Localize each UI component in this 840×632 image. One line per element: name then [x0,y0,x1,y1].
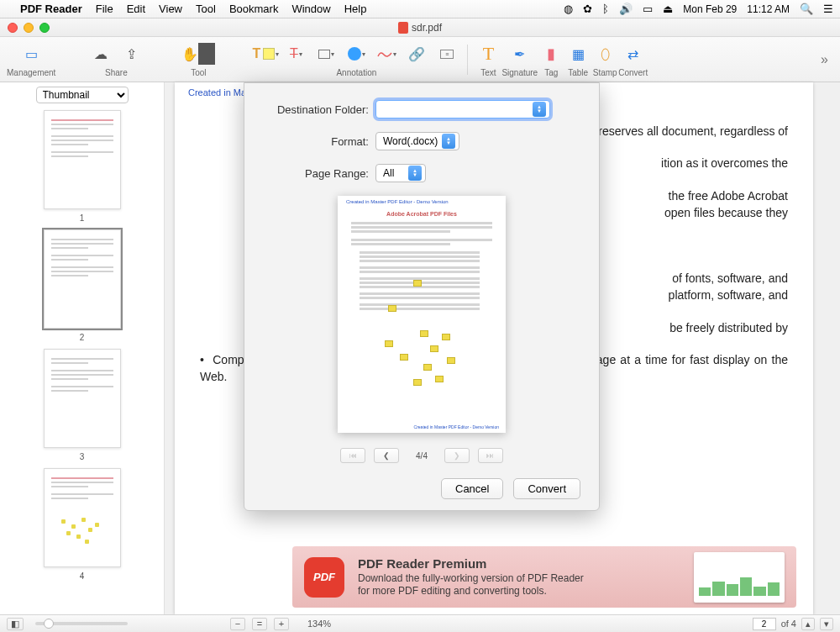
thumbnail-3[interactable] [44,349,121,448]
zoom-window-button[interactable] [39,23,50,33]
system-menubar: PDF Reader File Edit View Tool Bookmark … [0,0,840,18]
settings-icon[interactable]: ✿ [583,3,592,15]
table-button[interactable]: ▦ [564,43,591,65]
spotlight-icon[interactable]: 🔍 [800,3,813,15]
menu-file[interactable]: File [96,3,113,15]
main-toolbar: ▭ Management ☁ ⇪ Share ✋ Tool T▾ T▾ ▾ ▾ … [0,37,840,82]
page-down-button[interactable]: ▾ [820,618,833,630]
squiggle-button[interactable]: ▾ [373,43,400,65]
text-button[interactable]: T [475,43,501,65]
rect-button[interactable]: ▾ [312,43,339,65]
convert-button[interactable]: ⇄ [620,43,647,65]
text-label: Text [480,68,496,77]
form-button[interactable]: ≡ [433,43,460,65]
thumbnail-3-number: 3 [80,452,85,461]
stamp-button[interactable]: ⬯ [591,43,618,65]
format-label: Format: [263,135,369,148]
pager-next-button[interactable]: ❯ [444,448,470,463]
display-icon[interactable]: ▭ [643,3,653,15]
pen-icon: ✒ [514,46,525,62]
banner-text: Download the fully-working version of PD… [358,572,584,598]
close-window-button[interactable] [8,23,18,33]
toolbar-overflow-button[interactable]: » [821,52,833,67]
date-display[interactable]: Mon Feb 29 [683,3,737,15]
pdf-file-icon [398,22,408,34]
preview-header: Created in Master PDF Editor - Demo Vers… [346,199,449,204]
menu-bookmark[interactable]: Bookmark [229,3,279,15]
notifications-icon[interactable]: ☰ [823,3,833,15]
strikeout-icon: T [290,46,298,61]
premium-banner[interactable]: PDF PDF Reader Premium Download the full… [292,546,796,608]
cancel-button[interactable]: Cancel [441,478,503,499]
page-up-button[interactable]: ▴ [801,618,815,630]
minimize-window-button[interactable] [24,23,34,33]
highlight-button[interactable]: T▾ [252,43,279,65]
tag-button[interactable]: ▮ [538,43,564,65]
pager-position: 4/4 [416,451,428,461]
range-combo[interactable]: All ▲▼ [375,164,426,182]
circle-button[interactable]: ▾ [343,43,370,65]
pager-prev-button[interactable]: ❮ [374,448,399,463]
zoom-out-button[interactable]: − [230,618,245,630]
preview-pager: ⏮ ❮ 4/4 ❯ ⏭ [340,448,503,463]
text-icon: T [483,43,494,65]
zoom-in-button[interactable]: + [274,618,289,630]
preview-footer: Created in Master PDF Editor - Demo Vers… [414,424,499,429]
menu-window[interactable]: Window [291,3,330,15]
menu-view[interactable]: View [159,3,182,15]
thumbnail-2[interactable] [44,229,121,329]
zoom-slider[interactable] [35,622,128,625]
share-export-button[interactable]: ⇪ [118,43,144,65]
circle-icon [348,47,361,61]
menu-tool[interactable]: Tool [196,3,216,15]
page-number-input[interactable] [753,618,776,630]
convert-dialog: Destination Folder: ▲▼ Format: Word(.doc… [244,82,600,511]
strikeout-button[interactable]: T▾ [282,43,309,65]
link-button[interactable]: 🔗 [403,43,430,65]
pager-first-button[interactable]: ⏮ [340,448,365,463]
format-combo[interactable]: Word(.docx) ▲▼ [375,132,459,150]
time-display[interactable]: 11:12 AM [747,3,790,15]
sidebar-toggle-button[interactable]: ◧ [7,618,24,630]
volume-icon[interactable]: 🔊 [619,3,633,15]
convert-icon: ⇄ [627,46,638,62]
chevron-down-icon: ▾ [276,50,279,58]
bluetooth-icon[interactable]: ᛒ [602,3,609,15]
chevron-updown-icon: ▲▼ [442,134,455,149]
table-icon: ▦ [572,46,585,62]
sidebar-mode-select[interactable]: Thumbnail [36,87,129,103]
signature-label: Signature [501,68,538,77]
chevron-down-icon: ▾ [331,50,334,58]
zoom-value: 134% [307,619,331,629]
page-total: of 4 [781,619,796,629]
menu-edit[interactable]: Edit [127,3,145,15]
share-label: Share [105,68,128,77]
text-t-icon: T [252,46,260,61]
window-title: sdr.pdf [412,22,442,34]
thumbnail-sidebar: Thumbnail 1 2 3 [0,82,165,614]
highlight-color-icon [263,48,275,60]
convert-confirm-button[interactable]: Convert [513,478,580,499]
management-button[interactable]: ▭ [18,43,45,65]
signature-button[interactable]: ✒ [507,43,533,65]
thumbnail-1[interactable] [44,110,121,209]
chevron-down-icon: ▾ [362,50,365,58]
share-cloud-button[interactable]: ☁ [87,43,114,65]
tool-selector[interactable]: ✋ [181,43,215,65]
annotation-label: Annotation [336,68,376,77]
tag-icon: ▮ [547,45,555,63]
page-watermark: Created in Ma [188,87,246,97]
banner-screenshot [694,552,785,603]
stamp-label: Stamp [593,68,617,77]
zoom-reset-button[interactable]: = [252,618,267,630]
format-value: Word(.docx) [383,135,438,147]
pager-last-button[interactable]: ⏭ [478,448,503,463]
banner-title: PDF Reader Premium [358,556,584,571]
thumbnail-4[interactable] [44,468,121,567]
menu-help[interactable]: Help [344,3,367,15]
chevron-down-icon: ▾ [299,50,302,58]
dropbox-icon[interactable]: ◍ [564,3,573,15]
eject-icon[interactable]: ⏏ [663,3,673,15]
app-menu[interactable]: PDF Reader [20,3,82,15]
dest-folder-combo[interactable]: ▲▼ [375,100,550,118]
